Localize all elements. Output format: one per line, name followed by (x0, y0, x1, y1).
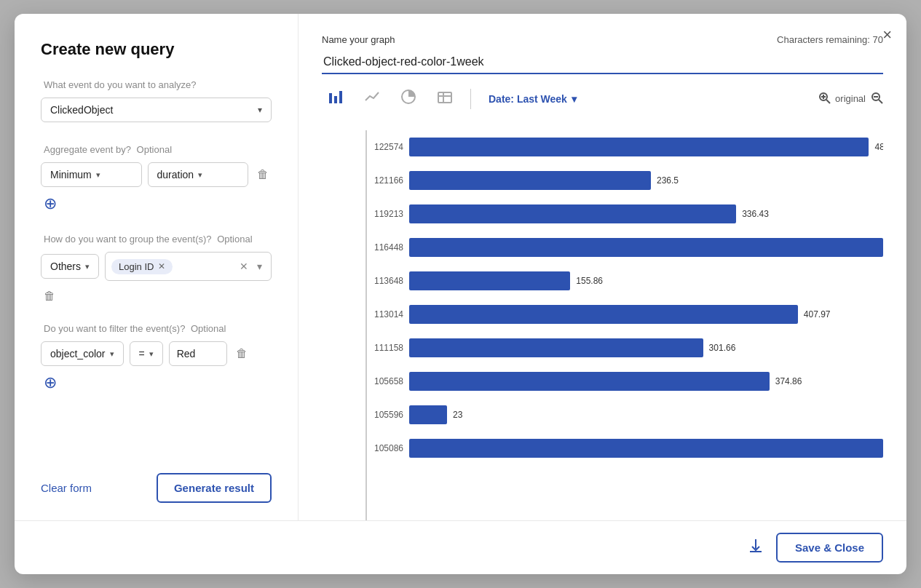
bar-track: 407.97 (409, 305, 883, 324)
graph-name-row: Name your graph Characters remaining: 70 (322, 34, 883, 45)
bar-track: 23 (409, 405, 883, 424)
group-tags-container[interactable]: Login ID ✕ ✕ ▾ (105, 252, 272, 281)
table-row: 122574487.7 (365, 130, 883, 164)
bar-fill (409, 138, 869, 156)
expand-group-button[interactable]: ▾ (254, 258, 265, 275)
bar-value: 301.66 (709, 343, 883, 353)
bar-fill (409, 338, 703, 357)
chevron-down-icon: ▾ (258, 105, 262, 115)
modal-footer: Save & Close (15, 520, 906, 574)
bar-track: 487.7 (409, 138, 883, 156)
delete-group-button[interactable]: 🗑 (41, 287, 58, 306)
pie-chart-button[interactable] (395, 86, 422, 111)
bar-track: 510 (409, 238, 883, 257)
delete-aggregate-button[interactable]: 🗑 (254, 165, 272, 184)
chevron-down-icon: ▾ (198, 170, 202, 180)
aggregate-func-dropdown[interactable]: Minimum ▾ (41, 162, 142, 187)
bar-fill (409, 305, 798, 324)
event-dropdown[interactable]: ClickedObject ▾ (41, 98, 272, 122)
add-filter-button[interactable]: ⊕ (41, 370, 60, 395)
download-button[interactable] (747, 537, 764, 559)
svg-line-8 (826, 100, 830, 103)
group-delete-row: 🗑 (41, 287, 272, 306)
svg-rect-2 (339, 91, 342, 103)
bar-value: 336.43 (742, 209, 883, 219)
zoom-in-button[interactable] (818, 91, 831, 107)
date-selector[interactable]: Date: Last Week ▾ (489, 93, 577, 105)
filter-value-input[interactable] (169, 341, 227, 366)
group-tag: Login ID ✕ (111, 259, 173, 274)
graph-name-input[interactable] (322, 51, 883, 74)
clear-form-button[interactable]: Clear form (41, 482, 92, 494)
chevron-down-icon: ▾ (110, 349, 114, 359)
group-row-wrapper: Others ▾ Login ID ✕ ✕ ▾ (41, 252, 272, 281)
table-row: 113648155.86 (365, 264, 883, 298)
remove-tag-button[interactable]: ✕ (158, 262, 165, 271)
aggregate-field-dropdown[interactable]: duration ▾ (148, 162, 249, 187)
group-label: How do you want to group the event(s)? O… (41, 234, 272, 245)
group-type-dropdown[interactable]: Others ▾ (41, 254, 99, 279)
bar-fill (409, 171, 651, 190)
generate-result-button[interactable]: Generate result (157, 473, 272, 503)
group-section: How do you want to group the event(s)? O… (41, 234, 272, 306)
bar-track: 236.5 (409, 171, 883, 190)
filter-op-dropdown[interactable]: = ▾ (130, 341, 163, 366)
chevron-down-icon: ▾ (96, 170, 100, 180)
svg-line-12 (879, 100, 882, 103)
zoom-out-button[interactable] (870, 91, 883, 107)
event-select-row: ClickedObject ▾ (41, 98, 272, 122)
bar-label: 105086 (365, 443, 403, 453)
graph-name-label: Name your graph (322, 34, 395, 45)
table-row: 113014407.97 (365, 298, 883, 331)
chars-remaining: Characters remaining: 70 (777, 34, 883, 45)
add-aggregate-button[interactable]: ⊕ (41, 191, 60, 216)
bar-track: 336.43 (409, 204, 883, 223)
bar-fill (409, 439, 883, 458)
bar-track: 520 (409, 439, 883, 458)
clear-group-button[interactable]: ✕ (237, 258, 251, 275)
table-row: 10559623 (365, 398, 883, 432)
bar-value: 23 (453, 410, 883, 420)
chart-area: 122574487.7121166236.5119213336.43116448… (322, 124, 883, 520)
svg-rect-1 (334, 96, 337, 103)
chevron-down-icon: ▾ (149, 349, 154, 359)
bar-track: 155.86 (409, 271, 883, 290)
table-chart-button[interactable] (431, 86, 459, 111)
bar-label: 105658 (365, 376, 403, 386)
bar-fill (409, 271, 570, 290)
bars-wrapper: 122574487.7121166236.5119213336.43116448… (365, 130, 883, 520)
close-button[interactable]: × (882, 25, 892, 44)
bar-value: 374.86 (775, 376, 883, 386)
line-chart-button[interactable] (358, 86, 386, 111)
event-section: What event do you want to analyze? Click… (41, 79, 272, 127)
filter-field-dropdown[interactable]: object_color ▾ (41, 341, 124, 366)
chevron-down-icon: ▾ (85, 262, 90, 271)
table-row: 105086520 (365, 432, 883, 465)
table-row: 111158301.66 (365, 331, 883, 365)
bar-label: 121166 (365, 175, 403, 186)
right-panel: Name your graph Characters remaining: 70 (299, 14, 906, 520)
bar-label: 105596 (365, 410, 403, 420)
aggregate-row: Minimum ▾ duration ▾ 🗑 (41, 162, 272, 187)
bar-label: 111158 (365, 343, 403, 353)
group-controls: ✕ ▾ (237, 258, 265, 275)
table-row: 105658374.86 (365, 365, 883, 398)
bar-track: 374.86 (409, 372, 883, 391)
bar-chart-button[interactable] (322, 86, 349, 111)
bottom-actions: Clear form Generate result (41, 461, 272, 503)
chart-toolbar: Date: Last Week ▾ original (322, 86, 883, 117)
event-label: What event do you want to analyze? (41, 79, 272, 90)
bar-label: 122574 (365, 142, 403, 152)
left-panel: Create new query What event do you want … (15, 14, 299, 520)
save-close-button[interactable]: Save & Close (776, 533, 883, 563)
bar-value: 155.86 (576, 276, 883, 286)
svg-rect-4 (438, 92, 451, 103)
modal: × Create new query What event do you wan… (15, 14, 906, 574)
table-row: 119213336.43 (365, 197, 883, 231)
delete-filter-button[interactable]: 🗑 (233, 344, 250, 363)
table-row: 121166236.5 (365, 164, 883, 197)
modal-body: Create new query What event do you want … (15, 14, 906, 520)
aggregate-section: Aggregate event by? Optional Minimum ▾ d… (41, 144, 272, 216)
bar-label: 113648 (365, 276, 403, 286)
bar-value: 236.5 (657, 175, 883, 186)
